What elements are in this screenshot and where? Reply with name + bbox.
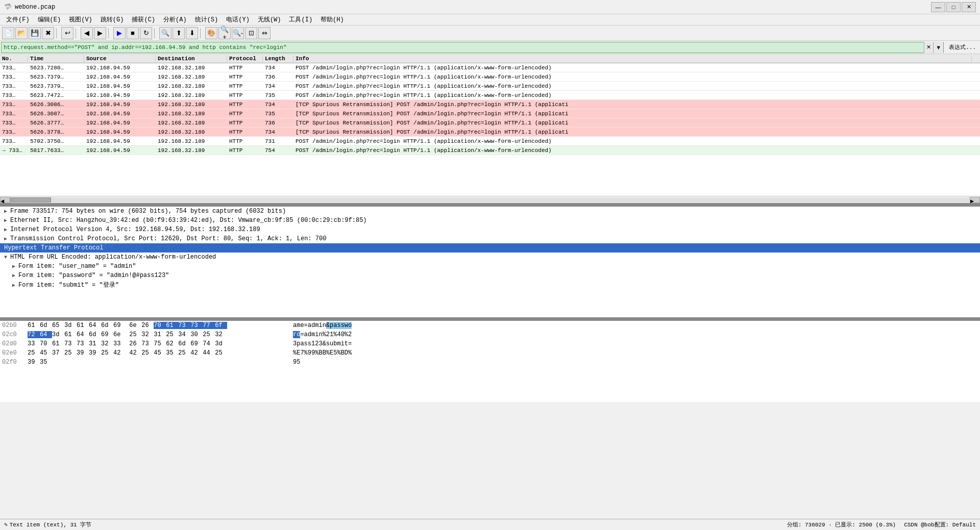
detail-row[interactable]: Form item: "submit" = "登录"	[0, 280, 980, 290]
hex-ascii-char[interactable]: %	[323, 331, 326, 338]
hex-ascii-char[interactable]: s	[308, 340, 311, 347]
toolbar-open[interactable]: 📂	[15, 27, 28, 39]
hex-byte[interactable]: 61	[64, 331, 77, 338]
toolbar-close[interactable]: ✖	[42, 27, 54, 39]
hscroll-track[interactable]	[10, 197, 970, 203]
toolbar-capture-stop[interactable]: ■	[127, 27, 139, 39]
hex-byte[interactable]: 25	[101, 349, 113, 357]
hex-ascii-char[interactable]: &	[323, 340, 326, 347]
hex-byte[interactable]: 39	[77, 349, 89, 357]
hex-ascii-char[interactable]: 2	[348, 331, 352, 338]
hex-ascii-char[interactable]: n	[318, 331, 322, 338]
detail-row[interactable]: Transmission Control Protocol, Src Port:…	[0, 234, 980, 243]
hex-ascii-char[interactable]: r	[293, 331, 297, 338]
hex-ascii-char[interactable]: &	[326, 322, 330, 329]
filter-clear-button[interactable]: ✕	[924, 42, 933, 53]
hex-byte[interactable]: 64	[89, 322, 101, 329]
menu-statistics[interactable]: 统计(S)	[191, 14, 223, 25]
hex-byte[interactable]: 34	[178, 331, 190, 338]
menu-wireless[interactable]: 无线(W)	[254, 14, 285, 25]
hex-byte[interactable]: 77	[203, 322, 215, 329]
hscroll-left[interactable]: ◀	[0, 197, 10, 203]
hex-ascii-char[interactable]: 5	[297, 359, 300, 366]
hex-byte[interactable]: 39	[28, 359, 40, 366]
hex-ascii-char[interactable]: E	[330, 349, 333, 357]
hex-byte[interactable]: 73	[64, 340, 77, 347]
hex-ascii-char[interactable]: s	[341, 322, 345, 329]
hex-ascii-char[interactable]: 9	[293, 359, 297, 366]
hex-ascii-char[interactable]: d	[311, 322, 315, 329]
table-row[interactable]: 733… 5626.3777… 192.168.94.59 192.168.32…	[0, 118, 980, 128]
hex-ascii-char[interactable]: i	[315, 331, 318, 338]
hex-byte[interactable]: 35	[40, 359, 52, 366]
menu-capture[interactable]: 捕获(C)	[128, 14, 159, 25]
hex-ascii-char[interactable]: %	[345, 331, 348, 338]
hex-ascii-char[interactable]: s	[304, 340, 308, 347]
menu-telephony[interactable]: 电话(Y)	[222, 14, 254, 25]
hex-byte[interactable]: 64	[77, 331, 89, 338]
hex-ascii-char[interactable]: 7	[300, 349, 304, 357]
toolbar-colorize[interactable]: 🎨	[205, 27, 217, 39]
hex-byte[interactable]: 6e	[129, 322, 141, 329]
hex-byte[interactable]: 64	[40, 331, 52, 338]
toolbar-new[interactable]: 📄	[2, 27, 14, 39]
toolbar-prev[interactable]: ⬆	[173, 27, 185, 39]
hex-byte[interactable]: 72	[28, 331, 40, 338]
hex-byte[interactable]: 70	[40, 340, 52, 347]
hex-ascii-char[interactable]: a	[308, 322, 311, 329]
hex-byte[interactable]: 73	[141, 340, 154, 347]
hex-byte[interactable]: 74	[203, 340, 215, 347]
hex-ascii-char[interactable]: 2	[315, 340, 318, 347]
hex-byte[interactable]: 25	[203, 331, 215, 338]
hex-ascii-char[interactable]: i	[341, 340, 345, 347]
hex-ascii-char[interactable]: 4	[337, 331, 340, 338]
close-button[interactable]: ✕	[962, 2, 976, 12]
table-row[interactable]: 733… 5623.7280… 192.168.94.59 192.168.32…	[0, 63, 980, 72]
hex-ascii-char[interactable]: 3	[293, 340, 297, 347]
hex-byte[interactable]: 61	[77, 322, 89, 329]
toolbar-search[interactable]: 🔍	[159, 27, 172, 39]
menu-edit[interactable]: 编辑(E)	[34, 14, 65, 25]
hex-byte[interactable]: 25	[129, 331, 141, 338]
hex-byte[interactable]: 25	[141, 349, 154, 357]
hex-ascii-char[interactable]: 5	[333, 349, 337, 357]
table-row[interactable]: 733… 5626.3086… 192.168.94.59 192.168.32…	[0, 100, 980, 109]
hex-byte[interactable]: 3d	[64, 322, 77, 329]
hex-byte[interactable]: 25	[64, 349, 77, 357]
detail-row[interactable]: HTML Form URL Encoded: application/x-www…	[0, 253, 980, 262]
hex-ascii-char[interactable]: 2	[326, 331, 330, 338]
hex-byte[interactable]: 42	[129, 349, 141, 357]
hex-ascii-char[interactable]: i	[318, 322, 322, 329]
table-row[interactable]: 733… 5702.3750… 192.168.94.59 192.168.32…	[0, 137, 980, 146]
hex-byte[interactable]: 65	[52, 322, 64, 329]
hex-ascii-char[interactable]: m	[297, 322, 300, 329]
hex-byte[interactable]: 39	[89, 349, 101, 357]
hex-ascii-char[interactable]: B	[318, 349, 322, 357]
hex-ascii-char[interactable]: m	[337, 340, 340, 347]
hex-ascii-char[interactable]: 9	[308, 349, 311, 357]
toolbar-next[interactable]: ⬇	[186, 27, 198, 39]
hex-byte[interactable]: 6d	[40, 322, 52, 329]
hex-byte[interactable]: 73	[178, 322, 190, 329]
hex-ascii-char[interactable]: 0	[341, 331, 345, 338]
hex-byte[interactable]: 42	[190, 349, 203, 357]
table-row[interactable]: 733… 5626.3778… 192.168.94.59 192.168.32…	[0, 128, 980, 137]
hex-ascii-char[interactable]: m	[311, 331, 315, 338]
hex-byte[interactable]: 6f	[215, 322, 227, 329]
menu-help[interactable]: 帮助(H)	[316, 14, 348, 25]
hex-byte[interactable]: 73	[77, 340, 89, 347]
toolbar-save[interactable]: 💾	[29, 27, 41, 39]
filter-dropdown-button[interactable]: ▼	[933, 42, 943, 53]
hex-byte[interactable]: 33	[28, 340, 40, 347]
hex-ascii-char[interactable]: 9	[311, 349, 315, 357]
hex-ascii-char[interactable]: 1	[311, 340, 315, 347]
hex-byte[interactable]: 3d	[52, 331, 64, 338]
hex-ascii-char[interactable]: m	[315, 322, 318, 329]
hex-ascii-char[interactable]: %	[315, 349, 318, 357]
hex-ascii-char[interactable]: b	[333, 340, 337, 347]
menu-analyze[interactable]: 分析(A)	[159, 14, 191, 25]
hex-byte[interactable]: 42	[113, 349, 126, 357]
menu-file[interactable]: 文件(F)	[2, 14, 34, 25]
hex-ascii-char[interactable]: D	[345, 349, 348, 357]
hex-byte[interactable]: 33	[113, 340, 126, 347]
